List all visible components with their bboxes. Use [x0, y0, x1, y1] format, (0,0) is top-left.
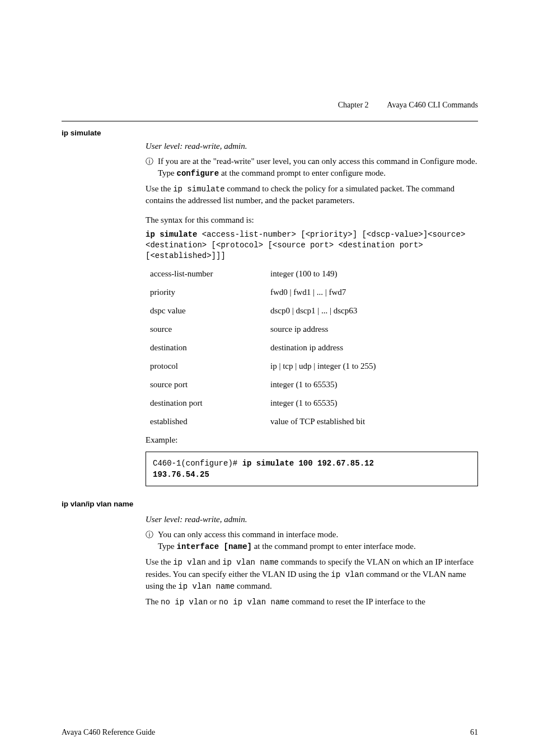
c: ip vlan name	[222, 558, 279, 567]
c: no ip vlan	[161, 598, 208, 607]
info-sub-pre: Type	[158, 542, 177, 551]
param-name: destination	[150, 342, 270, 354]
chapter-title: Avaya C460 CLI Commands	[387, 101, 478, 109]
info-icon: ⓘ	[146, 529, 153, 541]
info-bullet: ⓘ You can only access this command in in…	[146, 529, 478, 553]
param-name: destination port	[150, 397, 270, 409]
param-desc: integer (100 to 149)	[270, 268, 338, 280]
page-number: 61	[470, 728, 478, 737]
info-text: You can only access this command in inte…	[158, 530, 338, 539]
t: or	[208, 597, 219, 606]
param-desc: destination ip address	[270, 342, 343, 354]
table-row: access-list-number integer (100 to 149)	[150, 268, 478, 280]
table-row: priority fwd0 | fwd1 | ... | fwd7	[150, 287, 478, 298]
desc-paragraph: Use the ip vlan and ip vlan name command…	[146, 556, 478, 593]
page-footer: Avaya C460 Reference Guide 61	[62, 728, 478, 737]
param-desc: fwd0 | fwd1 | ... | fwd7	[270, 287, 346, 298]
param-name: protocol	[150, 360, 270, 372]
param-name: established	[150, 416, 270, 428]
info-icon: ⓘ	[146, 156, 153, 167]
table-row: protocol ip | tcp | udp | integer (1 to …	[150, 360, 478, 372]
param-name: dspc value	[150, 305, 270, 317]
param-desc: dscp0 | dscp1 | ... | dscp63	[270, 305, 357, 317]
desc-code: ip simulate	[173, 185, 224, 194]
c: ip vlan	[331, 570, 364, 579]
table-row: destination port integer (1 to 65535)	[150, 397, 478, 409]
t: command.	[235, 581, 272, 590]
info-sub-pre: Type	[158, 168, 177, 177]
t: The	[146, 597, 161, 606]
param-table: access-list-number integer (100 to 149) …	[150, 268, 478, 428]
param-name: source	[150, 323, 270, 335]
param-desc: source ip address	[270, 323, 328, 335]
section-heading-ip-vlan: ip vlan/ip vlan name	[62, 500, 478, 508]
table-row: dspc value dscp0 | dscp1 | ... | dscp63	[150, 305, 478, 317]
t: and	[206, 557, 222, 566]
syntax-block: ip simulate <access-list-number> [<prior…	[146, 229, 478, 261]
example-label: Example:	[146, 434, 478, 446]
info-sub-cmd: interface [name]	[177, 542, 252, 551]
info-sub-post: at the command prompt to enter configure…	[219, 168, 386, 177]
syntax-cmd: ip simulate	[146, 230, 197, 239]
example-prompt: C460-1(configure)#	[153, 459, 242, 468]
page-header: Chapter 2 Avaya C460 CLI Commands	[338, 101, 478, 110]
desc-paragraph: Use the ip simulate command to check the…	[146, 183, 478, 207]
syntax-label: The syntax for this command is:	[146, 214, 478, 226]
desc-pre: Use the	[146, 184, 173, 193]
info-sub-post: at the command prompt to enter interface…	[252, 542, 416, 551]
t: Use the	[146, 557, 173, 566]
table-row: established value of TCP established bit	[150, 416, 478, 428]
table-row: source port integer (1 to 65535)	[150, 379, 478, 391]
example-box: C460-1(configure)# ip simulate 100 192.6…	[146, 452, 478, 487]
example-cmd-line1: ip simulate 100 192.67.85.12	[242, 459, 374, 468]
param-desc: integer (1 to 65535)	[270, 397, 338, 409]
param-desc: integer (1 to 65535)	[270, 379, 338, 391]
chapter-label: Chapter 2	[338, 101, 369, 109]
user-level: User level: read-write, admin.	[146, 514, 478, 525]
c: ip vlan name	[178, 582, 235, 591]
c: ip vlan	[173, 558, 206, 567]
param-desc: value of TCP established bit	[270, 416, 365, 428]
c: no ip vlan name	[219, 598, 289, 607]
desc-paragraph: The no ip vlan or no ip vlan name comman…	[146, 596, 478, 608]
param-name: priority	[150, 287, 270, 298]
user-level: User level: read-write, admin.	[146, 140, 478, 152]
table-row: source source ip address	[150, 323, 478, 335]
param-name: access-list-number	[150, 268, 270, 280]
footer-left: Avaya C460 Reference Guide	[62, 728, 155, 737]
t: command to reset the IP interface to the	[289, 597, 425, 606]
header-rule	[62, 121, 478, 121]
example-cmd-line2: 193.76.54.25	[153, 469, 471, 480]
info-sub-cmd: configure	[177, 169, 219, 178]
table-row: destination destination ip address	[150, 342, 478, 354]
info-bullet: ⓘ If you are at the "read-write" user le…	[146, 156, 478, 180]
info-text: If you are at the "read-write" user leve…	[158, 157, 477, 166]
param-desc: ip | tcp | udp | integer (1 to 255)	[270, 360, 376, 372]
section-heading-ip-simulate: ip simulate	[62, 129, 478, 137]
param-name: source port	[150, 379, 270, 391]
